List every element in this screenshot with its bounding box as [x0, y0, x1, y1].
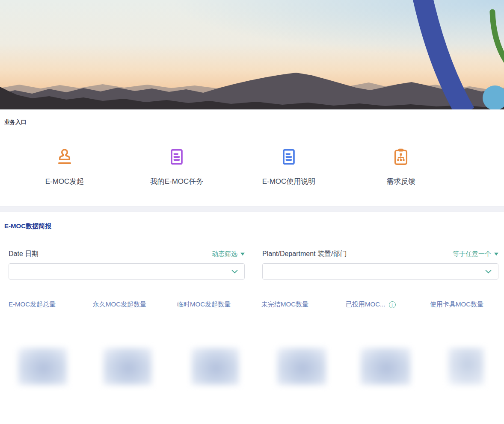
document-lines-icon: [279, 147, 299, 167]
plant-select[interactable]: [262, 263, 498, 280]
emoc-portal-page: 业务入口 E-MOC发起: [0, 0, 504, 424]
stat-value-cell: [177, 347, 261, 385]
caret-down-icon: [240, 253, 245, 256]
entry-item-label: E-MOC使用说明: [262, 177, 316, 186]
entry-item-label: 需求反馈: [386, 177, 415, 186]
business-entry-section: 业务入口 E-MOC发起: [0, 109, 504, 206]
blurred-value: [360, 347, 411, 385]
stat-value-cell: [261, 347, 346, 385]
stat-label-permanent-moc: 永久MOC发起数量: [93, 300, 177, 309]
blurred-value: [18, 347, 67, 385]
data-brief-title: E-MOC数据简报: [4, 222, 504, 230]
stat-value-row: [0, 347, 504, 385]
stat-value-cell: [9, 347, 93, 385]
plant-filter-mode-dropdown[interactable]: 等于任意一个: [453, 250, 498, 258]
stat-value-cell: [430, 347, 504, 385]
data-brief-section: E-MOC数据简报 Date 日期 动态筛选: [0, 212, 504, 424]
stat-header-row: E-MOC发起总量 永久MOC发起数量 临时MOC发起数量 未完结MOC数量 已…: [0, 300, 504, 309]
stat-label-text: 已投用MOC...: [346, 300, 385, 309]
section-divider: [0, 206, 504, 212]
caret-down-icon: [494, 253, 498, 256]
filter-row: Date 日期 动态筛选 Plant/Department 装置/部门: [0, 250, 504, 280]
chevron-down-icon: [485, 270, 492, 274]
plant-filter-label: Plant/Department 装置/部门: [262, 250, 347, 259]
entry-item-label: E-MOC发起: [45, 177, 84, 186]
stat-label-total-initiated: E-MOC发起总量: [9, 300, 93, 309]
document-lines-icon: [167, 147, 187, 167]
entry-item-feedback[interactable]: 需求反馈: [345, 147, 457, 186]
stat-label-commissioned-moc: 已投用MOC...: [346, 300, 430, 309]
chevron-down-icon: [231, 270, 238, 274]
stat-label-unfinished-moc: 未完结MOC数量: [261, 300, 346, 309]
info-icon[interactable]: [389, 301, 396, 308]
filter-mode-label: 动态筛选: [212, 250, 237, 258]
blurred-value: [277, 347, 326, 385]
filter-mode-label: 等于任意一个: [453, 250, 491, 258]
hero-banner: [0, 0, 504, 109]
green-arc-decor: [492, 12, 504, 61]
filter-date: Date 日期 动态筛选: [9, 250, 245, 280]
entry-item-emoc-initiate[interactable]: E-MOC发起: [9, 147, 121, 186]
entry-item-my-emoc-tasks[interactable]: 我的E-MOC任务: [121, 147, 233, 186]
stat-label-clamp-moc: 使用卡具MOC数量: [430, 300, 504, 309]
blurred-value: [191, 347, 239, 385]
date-filter-label: Date 日期: [9, 250, 39, 259]
entry-item-label: 我的E-MOC任务: [150, 177, 204, 186]
date-filter-mode-dropdown[interactable]: 动态筛选: [212, 250, 245, 258]
filter-plant-department: Plant/Department 装置/部门 等于任意一个: [262, 250, 498, 280]
stat-label-temporary-moc: 临时MOC发起数量: [177, 300, 261, 309]
clipboard-orgchart-icon: [391, 147, 411, 167]
stat-value-cell: [93, 347, 177, 385]
mountain-sunset-illustration: [0, 0, 504, 109]
blurred-value: [448, 347, 484, 385]
stamp-icon: [55, 147, 74, 167]
date-select[interactable]: [9, 263, 245, 280]
entry-item-emoc-instructions[interactable]: E-MOC使用说明: [233, 147, 345, 186]
business-entry-title: 业务入口: [4, 119, 504, 126]
blurred-value: [103, 347, 152, 385]
stat-value-cell: [346, 347, 430, 385]
business-entry-grid: E-MOC发起 我的E-MOC任务: [0, 147, 504, 186]
